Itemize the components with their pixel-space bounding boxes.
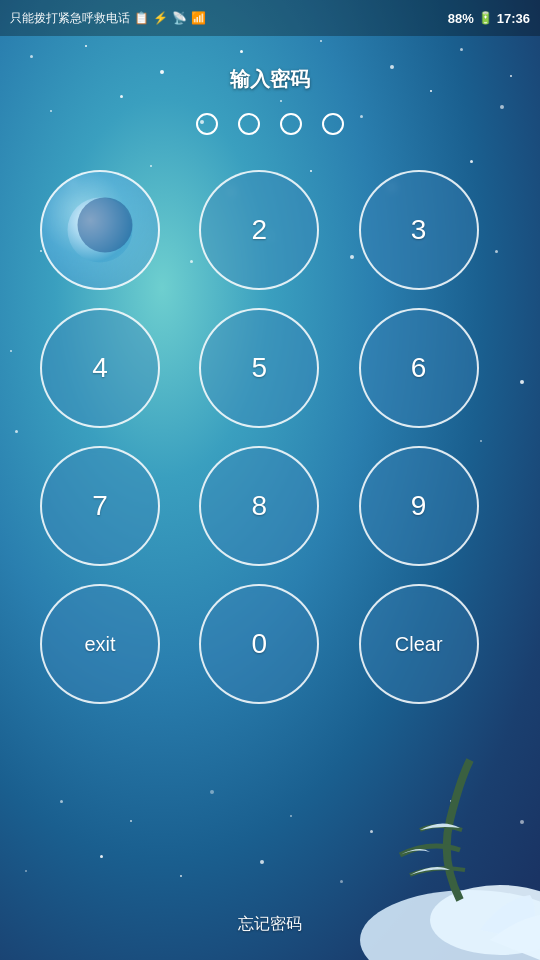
pin-dot-1 bbox=[196, 113, 218, 135]
key-9-label: 9 bbox=[411, 490, 427, 522]
forgot-password-link[interactable]: 忘记密码 bbox=[238, 914, 302, 935]
wifi-icon: 📶 bbox=[191, 11, 206, 25]
key-6-label: 6 bbox=[411, 352, 427, 384]
key-exit-label: exit bbox=[84, 633, 115, 656]
key-6-button[interactable]: 6 bbox=[359, 308, 479, 428]
main-content: 输入密码 2 3 4 5 6 bbox=[0, 36, 540, 704]
status-right: 88% 🔋 17:36 bbox=[448, 11, 530, 26]
status-bar: 只能拨打紧急呼救电话 📋 ⚡ 📡 📶 88% 🔋 17:36 bbox=[0, 0, 540, 36]
battery-icon: 🔋 bbox=[478, 11, 493, 25]
keypad: 2 3 4 5 6 7 8 9 exit bbox=[0, 170, 540, 704]
key-3-button[interactable]: 3 bbox=[359, 170, 479, 290]
battery-percent: 88% bbox=[448, 11, 474, 26]
key-0-button[interactable]: 0 bbox=[199, 584, 319, 704]
key-7-label: 7 bbox=[92, 490, 108, 522]
key-exit-button[interactable]: exit bbox=[40, 584, 160, 704]
key-3-label: 3 bbox=[411, 214, 427, 246]
key-4-label: 4 bbox=[92, 352, 108, 384]
key-8-label: 8 bbox=[252, 490, 268, 522]
pin-dot-2 bbox=[238, 113, 260, 135]
key-4-button[interactable]: 4 bbox=[40, 308, 160, 428]
signal-icon: 📡 bbox=[172, 11, 187, 25]
time-display: 17:36 bbox=[497, 11, 530, 26]
lockscreen-title: 输入密码 bbox=[230, 66, 310, 93]
emergency-call-text: 只能拨打紧急呼救电话 bbox=[10, 10, 130, 27]
note-icon: 📋 bbox=[134, 11, 149, 25]
key-9-button[interactable]: 9 bbox=[359, 446, 479, 566]
status-left-text: 只能拨打紧急呼救电话 📋 ⚡ 📡 📶 bbox=[10, 10, 206, 27]
key-5-button[interactable]: 5 bbox=[199, 308, 319, 428]
key-2-label: 2 bbox=[252, 214, 268, 246]
key-clear-button[interactable]: Clear bbox=[359, 584, 479, 704]
pin-dots-container bbox=[196, 113, 344, 135]
key-5-label: 5 bbox=[252, 352, 268, 384]
pin-dot-3 bbox=[280, 113, 302, 135]
snow-tree-decoration bbox=[320, 700, 540, 960]
key-7-button[interactable]: 7 bbox=[40, 446, 160, 566]
key-clear-label: Clear bbox=[395, 633, 443, 656]
key-1-button[interactable] bbox=[40, 170, 160, 290]
moon-shadow bbox=[78, 198, 133, 253]
pin-dot-4 bbox=[322, 113, 344, 135]
key-0-label: 0 bbox=[252, 628, 268, 660]
usb-icon: ⚡ bbox=[153, 11, 168, 25]
key-8-button[interactable]: 8 bbox=[199, 446, 319, 566]
key-2-button[interactable]: 2 bbox=[199, 170, 319, 290]
